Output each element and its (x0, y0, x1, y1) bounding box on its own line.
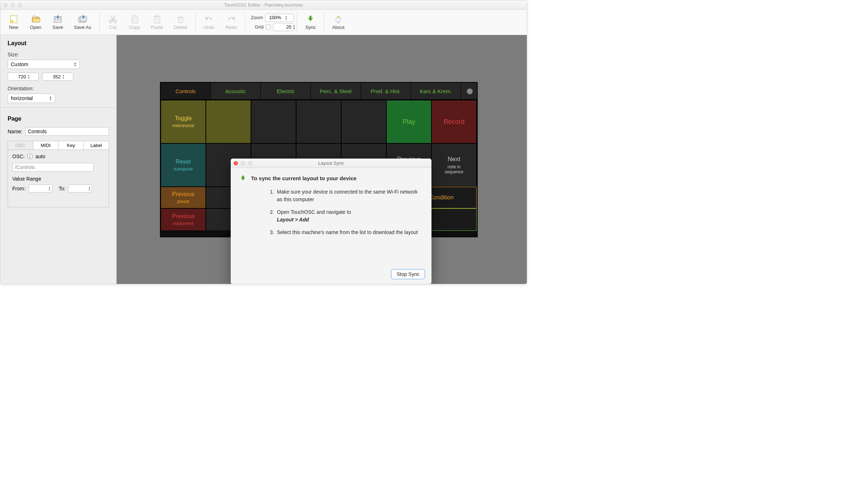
layout-tab-perc[interactable]: Perc. & Steel (311, 83, 361, 100)
layout-button[interactable] (296, 100, 341, 143)
stepper-arrows-icon[interactable]: ▲▼ (293, 25, 295, 30)
saveas-button[interactable]: Save As (69, 13, 96, 31)
orientation-select[interactable]: horizontal ▲▼ (8, 94, 55, 103)
page-heading: Page (8, 116, 109, 122)
layout-tab-controls[interactable]: Controls (161, 83, 211, 100)
sync-icon (306, 14, 315, 24)
grid-checkbox[interactable] (266, 25, 271, 30)
play-button[interactable]: Play (386, 100, 431, 143)
layout-tab-kars[interactable]: Kars & Krem. (411, 83, 461, 100)
osc-path-input[interactable] (12, 163, 94, 172)
stepper-arrows-icon[interactable]: ▲▼ (62, 74, 65, 79)
layout-button[interactable] (251, 100, 296, 143)
copy-icon (130, 14, 139, 24)
save-button[interactable]: Save (47, 13, 68, 31)
canvas[interactable]: Controls Acoustic Electric Perc. & Steel… (117, 35, 527, 284)
undo-icon (204, 14, 214, 24)
prev-instrument-button[interactable]: Previous instrument (161, 208, 206, 231)
tab-label[interactable]: Label (84, 141, 109, 150)
svg-rect-11 (156, 16, 159, 17)
height-input[interactable] (44, 74, 61, 79)
auto-label: auto (35, 154, 45, 159)
value-range-label: Value Range (12, 176, 104, 182)
saveas-icon (78, 14, 87, 24)
layout-heading: Layout (8, 40, 109, 47)
toggle-button[interactable]: Toggle metronome (161, 100, 206, 143)
sync-button[interactable]: Sync (300, 13, 321, 31)
name-label: Name: (8, 129, 22, 134)
tab-osc[interactable]: OSC (8, 141, 33, 150)
about-icon (334, 14, 343, 24)
grid-input[interactable] (275, 24, 291, 30)
size-select[interactable]: Custom ▲▼ (8, 60, 80, 69)
redo-button[interactable]: Redo (221, 13, 242, 31)
new-button[interactable]: New (3, 13, 24, 31)
window-title: TouchOSC Editor - Pianoteq.touchosc (0, 2, 527, 8)
from-stepper[interactable]: ▲▼ (29, 185, 52, 193)
prev-preset-button[interactable]: Previous preset (161, 187, 206, 208)
size-label: Size: (8, 52, 109, 57)
from-input[interactable] (30, 186, 47, 191)
zoom-label: Zoom (251, 15, 263, 20)
layout-tab-pred[interactable]: Pred. & Hist. (361, 83, 411, 100)
zoom-input[interactable] (267, 15, 283, 20)
paste-icon (152, 14, 162, 24)
svg-point-1 (10, 20, 13, 23)
open-button[interactable]: Open (25, 13, 47, 31)
layout-button[interactable] (341, 100, 386, 143)
layout-tab-acoustic[interactable]: Acoustic (211, 83, 261, 100)
redo-icon (226, 14, 236, 24)
dialog-heading: To sync the current layout to your devic… (251, 175, 356, 181)
grid-label: Grid (255, 24, 264, 30)
grid-stepper[interactable]: ▲▼ (273, 23, 294, 31)
orientation-label: Orientation: (8, 86, 109, 91)
copy-button[interactable]: Copy (124, 13, 145, 31)
chevron-updown-icon: ▲▼ (74, 62, 77, 67)
delete-button[interactable]: Delete (169, 13, 192, 31)
dialog-step-3: Select this machine's name from the list… (275, 229, 423, 236)
width-stepper[interactable]: ▲▼ (8, 73, 39, 81)
titlebar: TouchOSC Editor - Pianoteq.touchosc (0, 0, 527, 10)
osc-auto-checkbox[interactable]: ✓ (27, 154, 32, 159)
dialog-title: Layout Sync (231, 160, 431, 166)
record-button[interactable]: Record (431, 100, 477, 143)
stepper-arrows-icon[interactable]: ▲▼ (285, 15, 287, 20)
tab-key[interactable]: Key (58, 141, 84, 150)
layout-tab-electric[interactable]: Electric (261, 83, 311, 100)
stepper-arrows-icon[interactable]: ▲▼ (88, 186, 91, 191)
height-stepper[interactable]: ▲▼ (42, 73, 73, 81)
layout-preview[interactable]: Controls Acoustic Electric Perc. & Steel… (160, 82, 478, 237)
delete-icon (176, 14, 185, 24)
paste-button[interactable]: Paste (146, 13, 168, 31)
name-input[interactable] (25, 127, 109, 136)
new-icon (9, 14, 18, 24)
tab-midi[interactable]: MIDI (33, 141, 58, 150)
svg-rect-13 (338, 22, 339, 23)
undo-button[interactable]: Undo (199, 13, 220, 31)
sync-arrow-icon (239, 175, 247, 182)
layout-button[interactable] (206, 100, 251, 143)
led-indicator-icon (467, 88, 473, 94)
open-icon (31, 14, 40, 24)
stepper-arrows-icon[interactable]: ▲▼ (48, 186, 51, 191)
about-button[interactable]: About (327, 13, 350, 31)
dialog-step-2: Open TouchOSC and navigate toLayout > Ad… (275, 208, 423, 224)
from-label: From: (12, 186, 26, 191)
to-stepper[interactable]: ▲▼ (68, 185, 92, 193)
next-note-button[interactable]: Next note in sequence (431, 143, 477, 187)
stepper-arrows-icon[interactable]: ▲▼ (27, 74, 30, 79)
toolbar: New Open Save Save As Cut Copy Paste (0, 10, 527, 35)
dialog-step-1: Make sure your device is connected to th… (275, 188, 423, 203)
to-label: To: (59, 186, 66, 191)
zoom-stepper[interactable]: ▲▼ (265, 14, 294, 22)
svg-rect-9 (133, 17, 138, 23)
reset-button[interactable]: Reset transpose (161, 143, 206, 187)
layout-sync-dialog: Layout Sync To sync the current layout t… (231, 159, 431, 284)
svg-rect-10 (154, 16, 160, 23)
cut-button[interactable]: Cut (103, 13, 123, 31)
to-input[interactable] (70, 186, 87, 191)
cut-icon (108, 14, 118, 24)
stop-sync-button[interactable]: Stop Sync (391, 269, 425, 279)
width-input[interactable] (9, 74, 26, 79)
save-icon (53, 14, 62, 24)
